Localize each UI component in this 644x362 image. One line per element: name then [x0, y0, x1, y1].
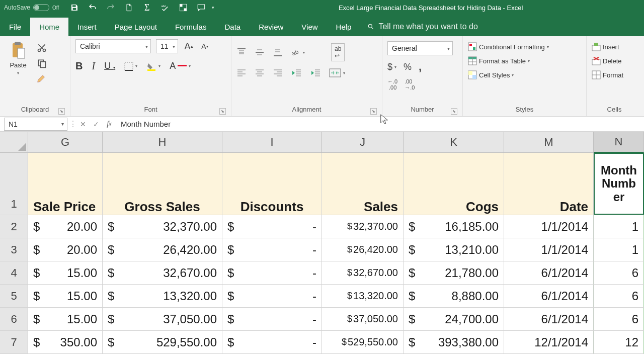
decrease-decimal-icon[interactable]: .00→.0 [405, 78, 415, 90]
cell[interactable]: $32,670.00 [103, 261, 222, 284]
underline-button[interactable]: U ▾ [104, 61, 115, 71]
cell[interactable]: 1 [594, 215, 644, 238]
cell-styles-button[interactable]: Cell Styles▾ [468, 70, 549, 79]
currency-button[interactable]: $ ▾ [387, 62, 396, 72]
cancel-formula-icon[interactable]: ✕ [76, 120, 90, 128]
number-format-select[interactable]: General [387, 41, 453, 55]
col-header-i[interactable]: I [222, 132, 322, 153]
spellcheck-icon[interactable]: abc [160, 3, 170, 12]
align-top-icon[interactable] [236, 48, 247, 57]
row-header[interactable]: 3 [0, 238, 28, 261]
italic-button[interactable]: I [92, 60, 95, 72]
comma-button[interactable]: , [419, 60, 422, 73]
cell[interactable]: $24,700.00 [404, 308, 504, 330]
increase-decimal-icon[interactable]: ←.0 .00 [387, 78, 397, 90]
col-header-g[interactable]: G [28, 132, 103, 153]
font-color-button[interactable]: A▾ [170, 61, 191, 71]
col-header-k[interactable]: K [404, 132, 504, 153]
cell[interactable]: 6 [594, 308, 644, 330]
cell[interactable]: 1 [594, 238, 644, 261]
cell[interactable]: 6/1/2014 [504, 285, 594, 307]
bold-button[interactable]: B [75, 60, 83, 72]
delete-cells-button[interactable]: Delete [592, 56, 623, 65]
cell[interactable]: $32,370.00 [103, 215, 222, 238]
number-launcher[interactable]: ⬊ [451, 108, 457, 115]
name-box[interactable]: N1 [4, 118, 67, 131]
font-name-select[interactable]: Calibri [75, 39, 151, 53]
cell[interactable]: 6/1/2014 [504, 308, 594, 330]
insert-cells-button[interactable]: Insert▾ [592, 42, 623, 51]
cut-icon[interactable] [36, 42, 47, 53]
col-header-m[interactable]: M [504, 132, 594, 153]
col-header-n[interactable]: N [594, 132, 644, 153]
font-size-select[interactable]: 11 [156, 39, 178, 53]
copy-icon[interactable] [36, 58, 47, 69]
align-right-icon[interactable] [273, 69, 283, 77]
tab-review[interactable]: Review [250, 18, 292, 36]
col-header-h[interactable]: H [103, 132, 222, 153]
tell-me-search[interactable]: Tell me what you want to do [360, 17, 485, 36]
cell[interactable]: $- [222, 285, 322, 307]
cell[interactable]: $20.00 [28, 215, 103, 238]
percent-button[interactable]: % [404, 62, 412, 72]
align-middle-icon[interactable] [255, 48, 265, 57]
header-cogs[interactable]: Cogs [404, 153, 504, 215]
wrap-text-button[interactable]: ab↩ [331, 43, 345, 61]
save-icon[interactable] [70, 3, 79, 12]
decrease-font-icon[interactable]: A▾ [199, 41, 210, 52]
insert-function-icon[interactable]: fx [103, 120, 116, 128]
autosum-icon[interactable]: Σ [142, 3, 151, 12]
cell[interactable]: 6 [594, 261, 644, 284]
cell[interactable]: 6/1/2014 [504, 261, 594, 284]
clipboard-launcher[interactable]: ⬊ [58, 108, 65, 115]
format-painter-icon[interactable] [36, 73, 47, 84]
cell[interactable]: 6 [594, 285, 644, 307]
cell[interactable]: $15.00 [28, 308, 103, 330]
cell[interactable]: $13,210.00 [404, 238, 504, 261]
cell[interactable]: $8,880.00 [404, 285, 504, 307]
cell[interactable]: $32,670.00 [322, 261, 404, 284]
spreadsheet-grid[interactable]: G H I J K M N 1 Sale Price Gross Sales D… [0, 132, 644, 362]
tab-help[interactable]: Help [327, 18, 361, 36]
cell[interactable]: $13,320.00 [103, 285, 222, 307]
align-bottom-icon[interactable] [273, 48, 283, 57]
tab-file[interactable]: File [0, 18, 30, 36]
comment-icon[interactable] [197, 3, 206, 12]
cell[interactable]: $20.00 [28, 238, 103, 261]
enter-formula-icon[interactable]: ✓ [90, 120, 103, 128]
tab-data[interactable]: Data [215, 18, 250, 36]
new-icon[interactable] [124, 3, 133, 12]
cell[interactable]: $- [222, 331, 322, 353]
cell-n1[interactable]: Month Number [594, 153, 644, 215]
tab-formulas[interactable]: Formulas [166, 18, 216, 36]
cell[interactable]: 12 [594, 331, 644, 353]
format-cells-button[interactable]: Format [592, 70, 623, 79]
cell[interactable]: $26,420.00 [322, 238, 404, 261]
cell[interactable]: 12/1/2014 [504, 331, 594, 353]
autosave-toggle[interactable]: AutoSave Off [0, 4, 63, 11]
increase-font-icon[interactable]: A▴ [183, 41, 194, 52]
cell[interactable]: $393,380.00 [404, 331, 504, 353]
row-header[interactable]: 7 [0, 331, 28, 353]
select-all-corner[interactable] [0, 132, 28, 152]
cell[interactable]: $37,050.00 [322, 308, 404, 330]
tab-insert[interactable]: Insert [68, 18, 106, 36]
conditional-formatting-button[interactable]: Conditional Formatting▾ [468, 42, 549, 51]
cell[interactable]: $16,185.00 [404, 215, 504, 238]
header-gross-sales[interactable]: Gross Sales [103, 153, 222, 215]
cell[interactable]: $350.00 [28, 331, 103, 353]
redo-icon[interactable] [106, 3, 115, 12]
cell[interactable]: $529,550.00 [103, 331, 222, 353]
cell[interactable]: $- [222, 215, 322, 238]
cell[interactable]: $- [222, 308, 322, 330]
cell[interactable]: $- [222, 261, 322, 284]
format-as-table-button[interactable]: Format as Table▾ [468, 56, 549, 65]
orientation-button[interactable]: ab▾ [291, 47, 305, 57]
cell[interactable]: $37,050.00 [103, 308, 222, 330]
cell[interactable]: $- [222, 238, 322, 261]
pivot-icon[interactable] [179, 3, 188, 12]
decrease-indent-icon[interactable] [291, 68, 302, 77]
header-sale-price[interactable]: Sale Price [28, 153, 103, 215]
cell[interactable]: 1/1/2014 [504, 215, 594, 238]
border-button[interactable]: ▾ [124, 62, 137, 71]
